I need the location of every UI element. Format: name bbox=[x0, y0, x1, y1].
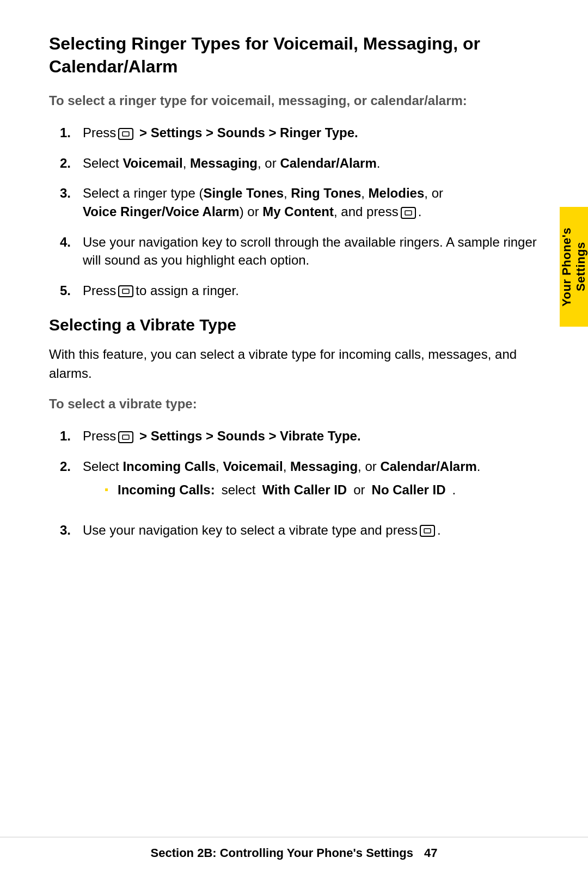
bold-with-caller: With Caller ID bbox=[262, 481, 347, 499]
footer-page-number: 47 bbox=[424, 846, 437, 860]
step-2-1: 1. Press > Settings > Sounds > Vibrate T… bbox=[49, 427, 544, 445]
bold-calendar: Calendar/Alarm bbox=[280, 156, 376, 170]
step-content: Press > Settings > Sounds > Ringer Type. bbox=[83, 124, 544, 142]
section2-title: Selecting a Vibrate Type bbox=[49, 316, 544, 334]
phone-icon-4 bbox=[117, 431, 134, 443]
step-1-1: 1. Press > Settings > Sounds > Ringer Ty… bbox=[49, 124, 544, 142]
phone-icon-5 bbox=[419, 525, 436, 537]
svg-rect-1 bbox=[122, 132, 129, 136]
page-container: Selecting Ringer Types for Voicemail, Me… bbox=[0, 0, 588, 882]
step-number: 5. bbox=[60, 281, 76, 300]
bold-mycontent: My Content bbox=[262, 204, 334, 219]
bold-messaging: Messaging bbox=[190, 156, 258, 170]
step-number: 4. bbox=[60, 233, 76, 270]
step-2-2: 2. Select Incoming Calls, Voicemail, Mes… bbox=[49, 457, 544, 509]
step-content: Press to assign a ringer. bbox=[83, 281, 544, 300]
phone-icon-3 bbox=[117, 285, 134, 297]
svg-rect-7 bbox=[122, 435, 129, 439]
bullet-list: Incoming Calls: select With Caller ID or… bbox=[105, 481, 544, 499]
step-number: 2. bbox=[60, 457, 76, 509]
phone-icon-1 bbox=[117, 128, 134, 140]
step-content: Press > Settings > Sounds > Vibrate Type… bbox=[83, 427, 544, 445]
svg-rect-0 bbox=[119, 128, 133, 139]
step-1-3: 3. Select a ringer type (Single Tones, R… bbox=[49, 184, 544, 220]
bold-voicemail2: Voicemail bbox=[223, 459, 283, 474]
step-content: Use your navigation key to scroll throug… bbox=[83, 233, 544, 270]
bold-melodies: Melodies bbox=[369, 186, 425, 200]
step-2-3: 3. Use your navigation key to select a v… bbox=[49, 521, 544, 540]
svg-rect-2 bbox=[401, 207, 415, 218]
step-number: 1. bbox=[60, 124, 76, 142]
svg-rect-5 bbox=[122, 289, 129, 293]
step-content: Select Incoming Calls, Voicemail, Messag… bbox=[83, 457, 544, 509]
bold-voicemail: Voicemail bbox=[122, 156, 182, 170]
step-1-4: 4. Use your navigation key to scroll thr… bbox=[49, 233, 544, 270]
phone-icon-2 bbox=[400, 207, 417, 219]
svg-rect-8 bbox=[420, 525, 434, 536]
bold-singletones: Single Tones bbox=[203, 186, 284, 200]
bold-calendar2: Calendar/Alarm bbox=[380, 459, 476, 474]
svg-rect-9 bbox=[424, 529, 431, 533]
svg-rect-4 bbox=[119, 286, 133, 297]
section2-intro: To select a vibrate type: bbox=[49, 396, 544, 412]
step-content: Use your navigation key to select a vibr… bbox=[83, 521, 544, 540]
bullet-item: Incoming Calls: select With Caller ID or… bbox=[105, 481, 544, 499]
section1-steps: 1. Press > Settings > Sounds > Ringer Ty… bbox=[49, 124, 544, 299]
side-tab-text: Your Phone's Settings bbox=[560, 217, 588, 317]
step-number: 3. bbox=[60, 521, 76, 540]
section1-title: Selecting Ringer Types for Voicemail, Me… bbox=[49, 33, 544, 78]
bold-incoming-calls-label: Incoming Calls: bbox=[118, 481, 215, 499]
step-content: Select Voicemail, Messaging, or Calendar… bbox=[83, 154, 544, 173]
bold-ringtones: Ring Tones bbox=[291, 186, 361, 200]
bold-voiceringer: Voice Ringer/Voice Alarm bbox=[83, 204, 240, 219]
footer-section-text: Section 2B: Controlling Your Phone's Set… bbox=[151, 846, 413, 860]
step2-1-bold: > Settings > Sounds > Vibrate Type. bbox=[139, 428, 361, 443]
step-content: Select a ringer type (Single Tones, Ring… bbox=[83, 184, 544, 220]
bold-no-caller: No Caller ID bbox=[372, 481, 446, 499]
side-tab: Your Phone's Settings bbox=[560, 207, 588, 327]
step-1-5: 5. Press to assign a ringer. bbox=[49, 281, 544, 300]
step-number: 2. bbox=[60, 154, 76, 173]
step-number: 1. bbox=[60, 427, 76, 445]
section2-description: With this feature, you can select a vibr… bbox=[49, 345, 544, 383]
section1-intro: To select a ringer type for voicemail, m… bbox=[49, 93, 544, 108]
step-1-2: 2. Select Voicemail, Messaging, or Calen… bbox=[49, 154, 544, 173]
svg-rect-3 bbox=[405, 211, 412, 215]
section2-steps: 1. Press > Settings > Sounds > Vibrate T… bbox=[49, 427, 544, 539]
bold-incoming: Incoming Calls bbox=[122, 459, 216, 474]
footer: Section 2B: Controlling Your Phone's Set… bbox=[0, 837, 588, 860]
svg-rect-6 bbox=[119, 432, 133, 443]
step1-bold: > Settings > Sounds > Ringer Type. bbox=[139, 125, 358, 140]
bold-messaging2: Messaging bbox=[290, 459, 358, 474]
step-number: 3. bbox=[60, 184, 76, 220]
